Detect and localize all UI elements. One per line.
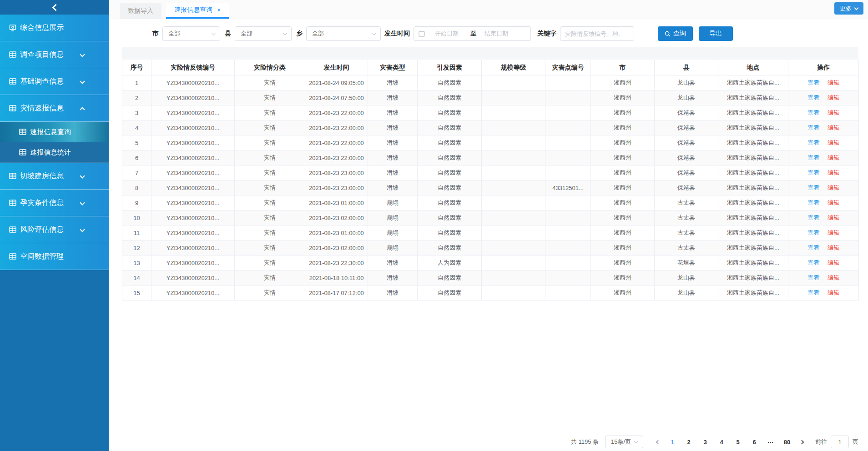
cell-scale: [482, 271, 545, 286]
edit-link[interactable]: 编辑: [828, 274, 839, 281]
cell-code: YZD43000020210...: [151, 195, 235, 210]
view-link[interactable]: 查看: [807, 184, 819, 191]
close-icon[interactable]: ×: [217, 6, 221, 14]
edit-link[interactable]: 编辑: [828, 154, 839, 161]
tab-data-import[interactable]: 数据导入: [120, 3, 161, 19]
town-select[interactable]: 全部: [306, 26, 381, 41]
edit-link[interactable]: 编辑: [828, 139, 839, 146]
edit-link[interactable]: 编辑: [828, 199, 839, 206]
cell-no: 4: [122, 120, 151, 135]
edit-link[interactable]: 编辑: [828, 109, 839, 116]
export-button[interactable]: 导出: [699, 26, 733, 41]
cell-point: [545, 210, 591, 226]
cell-point: [545, 105, 591, 120]
cell-location: 湘西土家族苗族自...: [718, 210, 788, 226]
view-link[interactable]: 查看: [807, 289, 819, 296]
prev-page-button[interactable]: [651, 436, 664, 448]
keyword-label: 关键字: [537, 30, 556, 38]
cell-county: 保靖县: [655, 165, 718, 180]
county-select[interactable]: 全部: [235, 26, 292, 41]
table-row: 1YZD43000020210...灾情2021-08-24 09:05:00滑…: [122, 75, 859, 90]
column-header: 灾险情反馈编号: [151, 60, 235, 75]
cell-factor: 自然因素: [418, 241, 482, 256]
page-number-button[interactable]: 6: [747, 436, 761, 448]
query-button[interactable]: 查询: [658, 26, 693, 41]
column-header: 灾险情分类: [235, 60, 305, 75]
table-row: 15YZD43000020210...灾情2021-08-17 07:12:00…: [122, 286, 859, 301]
more-button[interactable]: 更多: [834, 2, 863, 15]
edit-link[interactable]: 编辑: [828, 94, 839, 101]
view-link[interactable]: 查看: [807, 199, 819, 206]
view-link[interactable]: 查看: [807, 214, 819, 221]
page-number-button[interactable]: 2: [682, 436, 696, 448]
cell-time: 2021-08-23 23:00:00: [305, 165, 368, 180]
cell-location: 湘西土家族苗族自...: [718, 75, 788, 90]
filter-bar: 市 全部 县 全部 乡 全部 发生时间 开始日: [152, 26, 868, 41]
dashboard-icon: [9, 25, 16, 31]
cell-scale: [482, 195, 545, 210]
sidebar-item-overview[interactable]: 综合信息展示: [0, 15, 109, 41]
date-range-picker[interactable]: 开始日期 至 结束日期: [414, 26, 531, 41]
cell-code: YZD43000020210...: [151, 75, 235, 90]
page-number-button[interactable]: 4: [715, 436, 728, 448]
cell-code: YZD43000020210...: [151, 271, 235, 286]
edit-link[interactable]: 编辑: [828, 214, 839, 221]
keyword-input[interactable]: [560, 26, 634, 41]
cell-code: YZD43000020210...: [151, 165, 235, 180]
view-link[interactable]: 查看: [807, 169, 819, 176]
edit-link[interactable]: 编辑: [828, 79, 839, 86]
edit-link[interactable]: 编辑: [828, 229, 839, 236]
view-link[interactable]: 查看: [807, 244, 819, 251]
chevron-left-icon: [656, 440, 660, 444]
cell-code: YZD43000020210...: [151, 210, 235, 226]
cell-code: YZD43000020210...: [151, 241, 235, 256]
edit-link[interactable]: 编辑: [828, 169, 839, 176]
view-link[interactable]: 查看: [807, 79, 819, 86]
cell-point: [545, 271, 591, 286]
sidebar-collapse-button[interactable]: [0, 0, 109, 15]
tab-report-query[interactable]: 速报信息查询 ×: [166, 3, 229, 19]
sidebar-item-report-stats[interactable]: 速报信息统计: [0, 142, 109, 163]
page-number-button[interactable]: 80: [780, 436, 794, 448]
tab-label: 速报信息查询: [174, 6, 212, 14]
sidebar-item-disaster-report[interactable]: 灾情速报信息: [0, 95, 109, 122]
export-button-label: 导出: [710, 30, 722, 38]
sidebar-item-spatial-data[interactable]: 空间数据管理: [0, 243, 109, 270]
cell-code: YZD43000020210...: [151, 226, 235, 241]
view-link[interactable]: 查看: [807, 109, 819, 116]
sidebar-item-basic-survey[interactable]: 基础调查信息: [0, 68, 109, 95]
cell-code: YZD43000020210...: [151, 90, 235, 105]
cell-location: 湘西土家族苗族自...: [718, 105, 788, 120]
view-link[interactable]: 查看: [807, 229, 819, 236]
cell-factor: 自然因素: [418, 286, 482, 301]
pages-ellipsis-icon[interactable]: ···: [764, 436, 777, 448]
view-link[interactable]: 查看: [807, 139, 819, 146]
cell-type: 滑坡: [368, 180, 418, 195]
page-number-button[interactable]: 1: [666, 436, 679, 448]
view-link[interactable]: 查看: [807, 124, 819, 131]
page-number-button[interactable]: 3: [698, 436, 712, 448]
sidebar-item-report-query[interactable]: 速报信息查询: [0, 122, 109, 142]
edit-link[interactable]: 编辑: [828, 244, 839, 251]
edit-link[interactable]: 编辑: [828, 124, 839, 131]
grid-icon: [9, 200, 16, 206]
page-number-button[interactable]: 5: [731, 436, 745, 448]
edit-link[interactable]: 编辑: [828, 259, 839, 266]
cell-no: 9: [122, 195, 151, 210]
sidebar-item-survey-project[interactable]: 调查项目信息: [0, 41, 109, 68]
sidebar-item-slope-housing[interactable]: 切坡建房信息: [0, 163, 109, 190]
view-link[interactable]: 查看: [807, 259, 819, 266]
cell-scale: [482, 256, 545, 271]
goto-page-input[interactable]: [831, 436, 849, 448]
cell-no: 10: [122, 210, 151, 226]
sidebar-item-risk-assessment[interactable]: 风险评估信息: [0, 216, 109, 243]
next-page-button[interactable]: [795, 436, 808, 448]
city-select[interactable]: 全部: [162, 26, 220, 41]
view-link[interactable]: 查看: [807, 94, 819, 101]
edit-link[interactable]: 编辑: [828, 184, 839, 191]
edit-link[interactable]: 编辑: [828, 289, 839, 296]
view-link[interactable]: 查看: [807, 154, 819, 161]
view-link[interactable]: 查看: [807, 274, 819, 281]
sidebar-item-hazard-condition[interactable]: 孕灾条件信息: [0, 190, 109, 216]
page-size-select[interactable]: 15条/页: [605, 436, 643, 448]
